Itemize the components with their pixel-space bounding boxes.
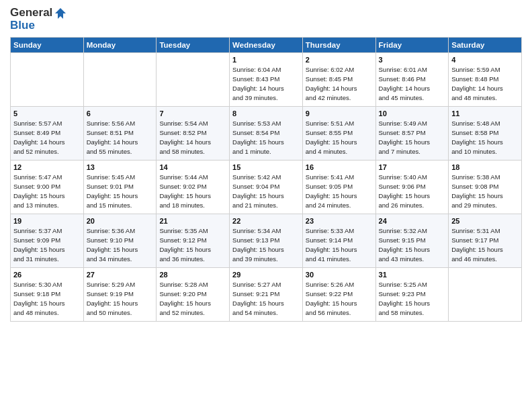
cell-daylight-info: Sunrise: 5:53 AMSunset: 8:54 PMDaylight:…: [232, 119, 300, 156]
calendar-cell: 2Sunrise: 6:02 AMSunset: 8:45 PMDaylight…: [302, 53, 375, 107]
calendar-header-row: SundayMondayTuesdayWednesdayThursdayFrid…: [11, 38, 522, 53]
calendar-cell: 12Sunrise: 5:47 AMSunset: 9:00 PMDayligh…: [11, 161, 84, 214]
cell-day-number: 10: [379, 109, 446, 118]
cell-daylight-info: Sunrise: 5:48 AMSunset: 8:58 PMDaylight:…: [451, 119, 519, 156]
calendar-week-row: 19Sunrise: 5:37 AMSunset: 9:09 PMDayligh…: [11, 214, 522, 268]
cell-daylight-info: Sunrise: 5:49 AMSunset: 8:57 PMDaylight:…: [379, 119, 446, 156]
cell-day-number: 17: [379, 163, 446, 171]
page: General Blue SundayMondayTuesdayWednesda…: [0, 0, 532, 411]
cell-daylight-info: Sunrise: 5:31 AMSunset: 9:17 PMDaylight:…: [451, 226, 519, 263]
cell-daylight-info: Sunrise: 6:04 AMSunset: 8:43 PMDaylight:…: [232, 65, 300, 102]
calendar-cell: 25Sunrise: 5:31 AMSunset: 9:17 PMDayligh…: [449, 214, 522, 268]
calendar-cell: 4Sunrise: 5:59 AMSunset: 8:48 PMDaylight…: [449, 53, 522, 107]
cell-day-number: 3: [379, 56, 446, 64]
calendar-cell: 21Sunrise: 5:35 AMSunset: 9:12 PMDayligh…: [157, 214, 230, 268]
cell-day-number: 1: [232, 56, 300, 64]
calendar-cell: [83, 53, 157, 107]
cell-daylight-info: Sunrise: 5:57 AMSunset: 8:49 PMDaylight:…: [13, 119, 81, 156]
weekday-header: Saturday: [449, 38, 522, 53]
cell-day-number: 13: [87, 163, 154, 171]
calendar-cell: 11Sunrise: 5:48 AMSunset: 8:58 PMDayligh…: [449, 107, 522, 161]
cell-daylight-info: Sunrise: 5:25 AMSunset: 9:23 PMDaylight:…: [379, 280, 446, 317]
cell-daylight-info: Sunrise: 5:36 AMSunset: 9:10 PMDaylight:…: [87, 226, 154, 263]
cell-daylight-info: Sunrise: 5:54 AMSunset: 8:52 PMDaylight:…: [159, 119, 226, 156]
logo-icon: [54, 7, 67, 20]
cell-daylight-info: Sunrise: 5:38 AMSunset: 9:08 PMDaylight:…: [451, 173, 519, 210]
cell-day-number: 9: [306, 109, 373, 118]
cell-daylight-info: Sunrise: 5:41 AMSunset: 9:05 PMDaylight:…: [306, 173, 373, 210]
calendar-table: SundayMondayTuesdayWednesdayThursdayFrid…: [10, 37, 522, 322]
calendar-cell: 3Sunrise: 6:01 AMSunset: 8:46 PMDaylight…: [375, 53, 449, 107]
cell-day-number: 19: [13, 217, 81, 225]
cell-daylight-info: Sunrise: 5:29 AMSunset: 9:19 PMDaylight:…: [87, 280, 154, 317]
calendar-cell: 13Sunrise: 5:45 AMSunset: 9:01 PMDayligh…: [83, 161, 157, 214]
calendar-cell: [11, 53, 84, 107]
calendar-cell: 31Sunrise: 5:25 AMSunset: 9:23 PMDayligh…: [375, 268, 449, 322]
calendar-cell: 24Sunrise: 5:32 AMSunset: 9:15 PMDayligh…: [375, 214, 449, 268]
cell-daylight-info: Sunrise: 5:30 AMSunset: 9:18 PMDaylight:…: [13, 280, 81, 317]
calendar-cell: 10Sunrise: 5:49 AMSunset: 8:57 PMDayligh…: [375, 107, 449, 161]
cell-day-number: 16: [306, 163, 373, 171]
logo: General Blue: [10, 7, 67, 32]
cell-day-number: 7: [159, 109, 226, 118]
svg-marker-0: [55, 8, 66, 19]
cell-daylight-info: Sunrise: 5:59 AMSunset: 8:48 PMDaylight:…: [451, 65, 519, 102]
calendar-cell: [449, 268, 522, 322]
calendar-cell: 20Sunrise: 5:36 AMSunset: 9:10 PMDayligh…: [83, 214, 157, 268]
cell-day-number: 30: [306, 271, 373, 279]
cell-day-number: 25: [451, 217, 519, 225]
calendar-cell: 16Sunrise: 5:41 AMSunset: 9:05 PMDayligh…: [302, 161, 375, 214]
logo-general-text: General: [10, 7, 52, 19]
cell-day-number: 28: [159, 271, 226, 279]
cell-daylight-info: Sunrise: 5:56 AMSunset: 8:51 PMDaylight:…: [87, 119, 154, 156]
cell-day-number: 8: [232, 109, 300, 118]
cell-daylight-info: Sunrise: 5:47 AMSunset: 9:00 PMDaylight:…: [13, 173, 81, 210]
calendar-cell: 8Sunrise: 5:53 AMSunset: 8:54 PMDaylight…: [230, 107, 303, 161]
calendar-cell: 28Sunrise: 5:28 AMSunset: 9:20 PMDayligh…: [157, 268, 230, 322]
cell-day-number: 20: [87, 217, 154, 225]
cell-daylight-info: Sunrise: 5:34 AMSunset: 9:13 PMDaylight:…: [232, 226, 300, 263]
cell-day-number: 26: [13, 271, 81, 279]
cell-day-number: 14: [159, 163, 226, 171]
cell-daylight-info: Sunrise: 6:01 AMSunset: 8:46 PMDaylight:…: [379, 65, 446, 102]
calendar-cell: 29Sunrise: 5:27 AMSunset: 9:21 PMDayligh…: [230, 268, 303, 322]
cell-day-number: 27: [87, 271, 154, 279]
cell-daylight-info: Sunrise: 5:35 AMSunset: 9:12 PMDaylight:…: [159, 226, 226, 263]
cell-day-number: 18: [451, 163, 519, 171]
weekday-header: Tuesday: [157, 38, 230, 53]
cell-day-number: 22: [232, 217, 300, 225]
calendar-cell: 6Sunrise: 5:56 AMSunset: 8:51 PMDaylight…: [83, 107, 157, 161]
calendar-cell: 22Sunrise: 5:34 AMSunset: 9:13 PMDayligh…: [230, 214, 303, 268]
cell-daylight-info: Sunrise: 5:27 AMSunset: 9:21 PMDaylight:…: [232, 280, 300, 317]
cell-day-number: 6: [87, 109, 154, 118]
calendar-week-row: 12Sunrise: 5:47 AMSunset: 9:00 PMDayligh…: [11, 161, 522, 214]
calendar-cell: 15Sunrise: 5:42 AMSunset: 9:04 PMDayligh…: [230, 161, 303, 214]
weekday-header: Thursday: [302, 38, 375, 53]
logo-blue-text: Blue: [10, 19, 67, 32]
cell-daylight-info: Sunrise: 5:37 AMSunset: 9:09 PMDaylight:…: [13, 226, 81, 263]
cell-day-number: 11: [451, 109, 519, 118]
cell-day-number: 31: [379, 271, 446, 279]
cell-daylight-info: Sunrise: 5:26 AMSunset: 9:22 PMDaylight:…: [306, 280, 373, 317]
cell-daylight-info: Sunrise: 5:32 AMSunset: 9:15 PMDaylight:…: [379, 226, 446, 263]
cell-day-number: 29: [232, 271, 300, 279]
cell-daylight-info: Sunrise: 5:40 AMSunset: 9:06 PMDaylight:…: [379, 173, 446, 210]
calendar-week-row: 5Sunrise: 5:57 AMSunset: 8:49 PMDaylight…: [11, 107, 522, 161]
cell-day-number: 21: [159, 217, 226, 225]
cell-day-number: 5: [13, 109, 81, 118]
calendar-cell: 14Sunrise: 5:44 AMSunset: 9:02 PMDayligh…: [157, 161, 230, 214]
cell-day-number: 2: [306, 56, 373, 64]
cell-daylight-info: Sunrise: 5:51 AMSunset: 8:55 PMDaylight:…: [306, 119, 373, 156]
calendar-cell: 23Sunrise: 5:33 AMSunset: 9:14 PMDayligh…: [302, 214, 375, 268]
weekday-header: Friday: [375, 38, 449, 53]
calendar-cell: 5Sunrise: 5:57 AMSunset: 8:49 PMDaylight…: [11, 107, 84, 161]
calendar-cell: 27Sunrise: 5:29 AMSunset: 9:19 PMDayligh…: [83, 268, 157, 322]
calendar-cell: 7Sunrise: 5:54 AMSunset: 8:52 PMDaylight…: [157, 107, 230, 161]
cell-day-number: 15: [232, 163, 300, 171]
cell-daylight-info: Sunrise: 5:44 AMSunset: 9:02 PMDaylight:…: [159, 173, 226, 210]
cell-day-number: 4: [451, 56, 519, 64]
cell-day-number: 24: [379, 217, 446, 225]
cell-day-number: 12: [13, 163, 81, 171]
calendar-cell: 19Sunrise: 5:37 AMSunset: 9:09 PMDayligh…: [11, 214, 84, 268]
weekday-header: Wednesday: [230, 38, 303, 53]
